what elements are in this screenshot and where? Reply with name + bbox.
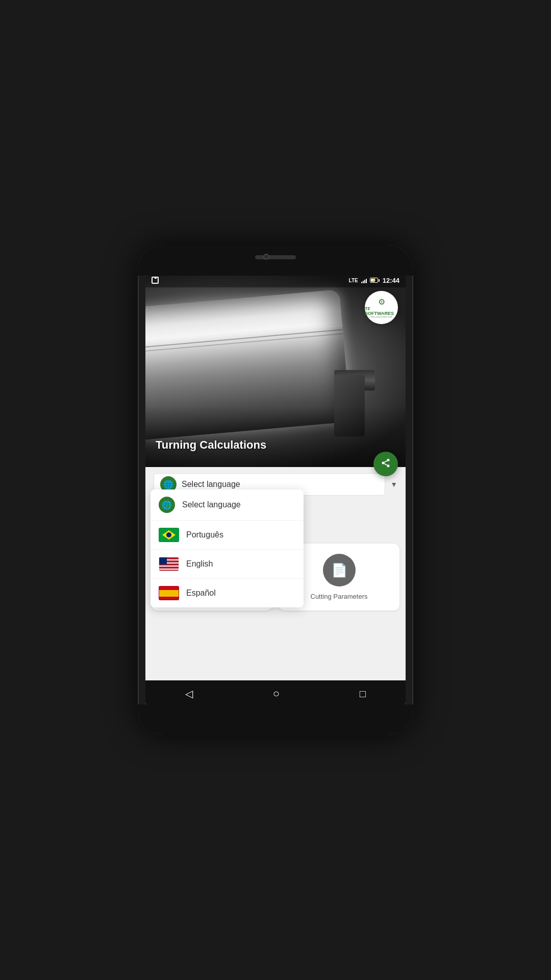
dropdown-item-spanish[interactable]: Español	[151, 579, 304, 607]
flag-spain-icon	[159, 586, 179, 600]
recent-apps-button[interactable]	[355, 683, 371, 705]
svg-line-3	[384, 463, 387, 465]
hero-area: Turning Calculations ⚙ TF SOFTWARES "Nós…	[145, 273, 406, 467]
selector-label: Select language	[182, 480, 379, 489]
spain-yellow-band	[159, 590, 179, 597]
cutting-params-card-title: Cutting Parameters	[311, 593, 368, 600]
content-area: 🌐 Select language ▼ 🌐 Select language	[145, 467, 406, 707]
brazil-circle	[166, 532, 171, 537]
status-left	[152, 277, 159, 284]
dropdown-english-label: English	[186, 559, 213, 569]
logo-sub-text: "Nós criamos para você"	[370, 316, 393, 318]
camera	[263, 254, 269, 260]
share-fab[interactable]	[373, 452, 398, 476]
svg-point-1	[382, 461, 385, 464]
svg-line-4	[384, 460, 387, 462]
svg-point-2	[387, 464, 390, 467]
dropdown-item-select[interactable]: 🌐 Select language	[151, 489, 304, 521]
dropdown-arrow-icon: ▼	[390, 480, 397, 488]
speaker	[255, 255, 296, 259]
battery-icon: ⚡	[370, 278, 380, 283]
signal-bars	[361, 277, 367, 283]
cutting-params-icon: 📄	[331, 562, 347, 578]
logo-circle: ⚙ TF SOFTWARES "Nós criamos para você"	[365, 291, 398, 324]
lte-indicator: LTE	[349, 278, 358, 283]
flag-usa-icon	[159, 557, 179, 571]
dropdown-globe-icon-container: 🌐	[159, 497, 175, 513]
logo-gear-icon: ⚙	[378, 297, 385, 307]
language-selector-row: 🌐 Select language ▼ 🌐 Select language	[145, 467, 406, 502]
brazil-diamond	[162, 530, 176, 540]
logo-tf-text: TF SOFTWARES	[365, 307, 398, 316]
dropdown-spanish-label: Español	[186, 589, 216, 598]
time-display: 12:44	[383, 277, 399, 284]
dropdown-item-portuguese[interactable]: Português	[151, 521, 304, 550]
status-bar: LTE ⚡ 12:44	[145, 273, 406, 287]
cutting-params-icon-circle: 📄	[323, 554, 356, 586]
dropdown-portuguese-label: Português	[186, 530, 223, 540]
screen: LTE ⚡ 12:44	[145, 273, 406, 707]
dropdown-select-label: Select language	[182, 500, 241, 509]
home-button[interactable]	[268, 682, 285, 705]
app-title: Turning Calculations	[156, 438, 266, 452]
status-right: LTE ⚡ 12:44	[349, 277, 399, 284]
language-dropdown-menu: 🌐 Select language Português	[151, 489, 304, 607]
sd-card-icon	[152, 277, 159, 284]
share-icon	[381, 458, 391, 471]
nav-bar	[145, 680, 406, 707]
phone-frame: LTE ⚡ 12:44	[138, 245, 413, 735]
charging-bolt: ⚡	[371, 278, 377, 283]
svg-point-0	[387, 458, 390, 461]
hero-overlay	[145, 406, 406, 467]
flag-brazil-icon	[159, 528, 179, 542]
dropdown-globe-icon: 🌐	[162, 500, 172, 510]
back-button[interactable]	[180, 682, 198, 705]
globe-icon: 🌐	[163, 480, 173, 489]
usa-canton	[159, 557, 167, 565]
dropdown-item-english[interactable]: English	[151, 550, 304, 579]
